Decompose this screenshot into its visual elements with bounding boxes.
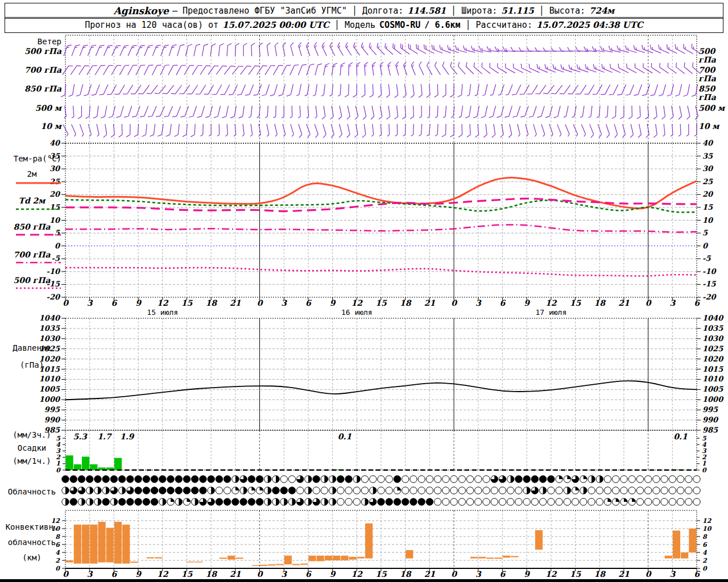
cloud-symbol [337,498,344,505]
cloud-symbol [256,498,263,505]
svg-text:3: 3 [669,298,676,307]
conv-cloud-bar [106,528,114,563]
svg-text:21: 21 [424,569,436,579]
cloud-symbol [604,487,611,494]
cloud-symbol [143,487,150,494]
svg-text:6: 6 [694,569,700,579]
conv-cloud-bar [357,557,365,559]
svg-text:15: 15 [570,298,582,307]
conv-cloud-bar [268,564,275,566]
cloud-symbol [450,476,457,483]
cloud-symbol [677,476,684,483]
cloud-symbol [394,476,400,483]
cloud-symbol [418,476,425,483]
cloud-symbol [110,476,117,483]
svg-text:18: 18 [594,569,606,579]
cloud-symbol [280,476,287,483]
cloud-symbol [135,498,142,505]
conv-cloud-bar [220,558,227,559]
svg-text:15: 15 [570,569,582,579]
svg-text:12: 12 [157,298,169,307]
cloud-symbol [644,476,651,483]
conv-cloud-bar [349,557,357,560]
svg-text:985: 985 [44,426,60,434]
cloud-symbol [515,476,522,483]
cloud-symbol [191,487,198,494]
separator: │ [451,6,456,16]
cloud-symbol [402,498,408,505]
svg-text:995: 995 [702,405,718,414]
cloud-symbol [685,476,692,483]
svg-text:12: 12 [351,298,363,307]
cloud-symbol [434,498,441,505]
svg-text:10: 10 [49,216,61,225]
longitude-value: 114.581 [407,6,446,16]
cloud-symbol [135,487,142,494]
cloud-symbol [410,498,417,505]
svg-text:12: 12 [157,569,169,579]
cloud-symbol [458,476,465,483]
svg-text:16 июля: 16 июля [341,308,373,317]
cloud-symbol [410,487,417,494]
svg-text:1: 1 [56,460,60,467]
pressure-panel: 9859859909909959951000100010051005101010… [39,314,724,434]
svg-text:6: 6 [702,541,708,548]
cloud-symbol [345,498,352,505]
cloud-symbol [499,498,506,505]
cloud-symbol [248,498,255,505]
svg-text:990: 990 [702,415,719,424]
cloud-symbol [118,498,125,505]
conv-cloud-bar [689,529,696,552]
meteogram-page: Aginskoye — Предоставлено ФГБУ "ЗапСиб У… [0,0,728,582]
svg-text:12: 12 [545,569,557,579]
separator: │ [334,20,340,30]
cloud-symbol [418,498,425,505]
cloud-symbol [232,498,239,505]
cloud-symbol [661,476,668,483]
cloud-symbol [151,476,158,483]
cloud-symbol [653,498,660,505]
cloud-symbol [596,498,603,505]
precip-panel: 5.31.71.90.10.1001122334455 [56,430,707,474]
cloud-symbol [135,476,142,483]
svg-text:12: 12 [545,298,557,307]
svg-text:3: 3 [669,569,676,579]
precip-bar [90,464,97,470]
cloud-symbol [450,487,457,494]
conv-cloud-bar [114,522,122,564]
cloud-symbol [621,476,627,483]
forecast-time: 15.07.2025 00:00 UTC [222,20,329,30]
svg-text:3: 3 [56,447,61,455]
cloud-symbol [466,476,473,483]
svg-text:6: 6 [500,298,506,307]
convective-panel: 0022446688101012120369121518210369121518… [0,510,728,582]
cloud-symbol [475,476,482,483]
svg-text:18: 18 [400,569,412,579]
precip-bar [66,455,73,470]
svg-text:-5: -5 [702,254,711,263]
cloud-symbol [378,476,384,483]
cloud-symbol [548,487,555,494]
cloud-symbol [685,498,692,505]
cloud-symbol [313,476,320,483]
conv-cloud-bar [195,562,202,562]
cloud-symbol [636,487,643,494]
svg-text:1000: 1000 [702,395,724,404]
cloud-symbol [216,498,222,505]
svg-text:15: 15 [181,569,193,579]
svg-text:6: 6 [694,298,700,307]
svg-text:1035: 1035 [39,324,60,332]
svg-text:6: 6 [305,298,312,307]
cloud-symbol [378,498,384,505]
cloud-symbol [102,498,109,505]
cloud-symbol [127,476,134,483]
cloud-symbol [143,498,150,505]
cloud-symbol [402,487,408,494]
svg-text:2: 2 [702,454,707,461]
svg-text:10: 10 [51,525,61,533]
cloud-symbol [183,487,190,494]
svg-text:35: 35 [702,152,713,160]
separator: │ [466,20,471,30]
cloud-panel [62,476,700,505]
svg-text:0.1: 0.1 [673,432,688,441]
